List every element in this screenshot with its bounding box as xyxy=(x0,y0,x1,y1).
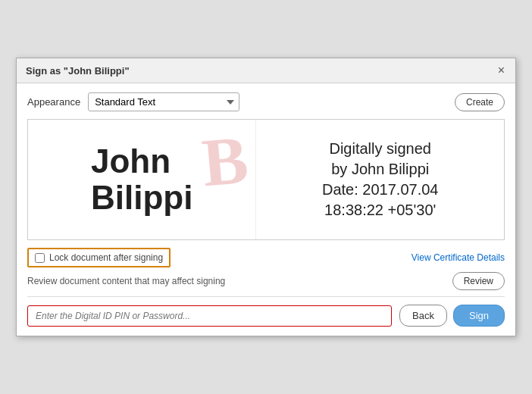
close-button[interactable]: × xyxy=(496,64,506,77)
dialog-title: Sign as "John Bilippi" xyxy=(26,65,130,77)
signature-preview: B John Bilippi Digitally signedby John B… xyxy=(27,119,505,240)
back-button[interactable]: Back xyxy=(399,305,447,327)
lock-left: Lock document after signing xyxy=(27,248,171,267)
cursive-decoration: B xyxy=(200,126,252,198)
preview-info: Digitally signedby John BilippiDate: 201… xyxy=(256,120,504,239)
appearance-left: Appearance Standard TextCustom xyxy=(27,92,239,111)
sign-button[interactable]: Sign xyxy=(453,305,505,327)
bottom-row: Back Sign xyxy=(27,305,505,327)
preview-name: B John Bilippi xyxy=(28,120,256,239)
preview-info-text: Digitally signedby John BilippiDate: 201… xyxy=(322,139,438,220)
preview-name-text: John Bilippi xyxy=(91,143,192,217)
dialog-content: Appearance Standard TextCustom Create B … xyxy=(17,83,515,336)
view-certificate-link[interactable]: View Certificate Details xyxy=(412,252,505,263)
pin-input[interactable] xyxy=(27,305,392,327)
lock-checkbox-wrapper: Lock document after signing xyxy=(27,248,171,267)
name-line1: John xyxy=(91,143,192,180)
sign-dialog: Sign as "John Bilippi" × Appearance Stan… xyxy=(16,58,516,336)
bottom-buttons: Back Sign xyxy=(399,305,505,327)
lock-checkbox[interactable] xyxy=(35,253,45,263)
title-bar: Sign as "John Bilippi" × xyxy=(17,58,515,83)
lock-label: Lock document after signing xyxy=(49,252,163,263)
review-text: Review document content that may affect … xyxy=(27,276,225,286)
lock-row: Lock document after signing View Certifi… xyxy=(27,248,505,267)
appearance-label: Appearance xyxy=(27,96,80,108)
appearance-row: Appearance Standard TextCustom Create xyxy=(27,92,505,111)
appearance-select[interactable]: Standard TextCustom xyxy=(88,92,239,111)
review-row: Review document content that may affect … xyxy=(27,272,505,290)
review-button[interactable]: Review xyxy=(452,272,505,290)
create-button[interactable]: Create xyxy=(455,93,505,111)
name-line2: Bilippi xyxy=(91,180,192,216)
divider xyxy=(27,296,505,297)
